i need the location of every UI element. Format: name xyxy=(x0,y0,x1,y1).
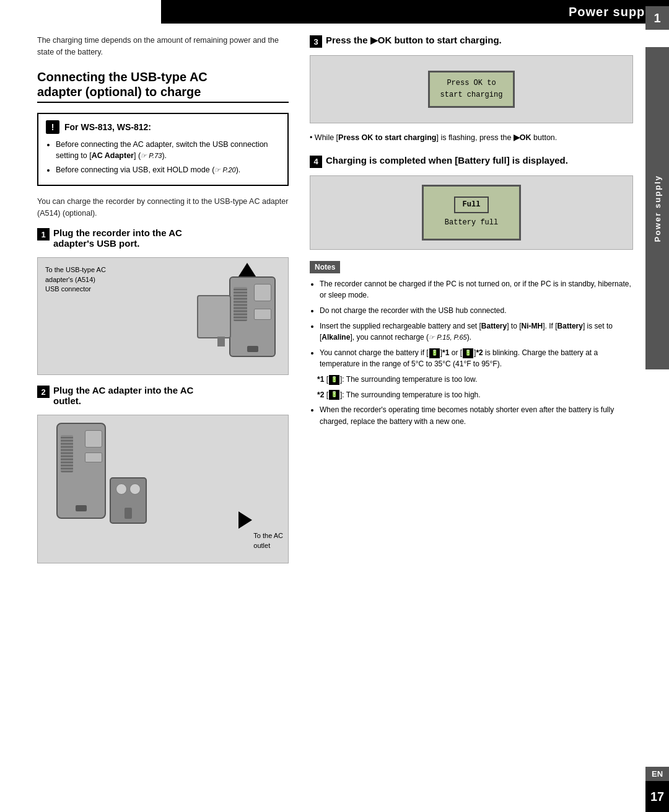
warning-title: For WS-813, WS-812: xyxy=(64,122,151,132)
note-item-1: The recorder cannot be charged if the PC… xyxy=(320,278,633,301)
note-item-5: *1 [🔋]: The surrounding temperature is t… xyxy=(317,374,633,386)
step-3-heading: 3 Press the ▶OK button to start charging… xyxy=(310,35,633,48)
step-2-diagram-label: To the ACoutlet xyxy=(253,531,283,550)
step-3-lcd: Press OK to start charging xyxy=(428,71,515,108)
chapter-number-tab: 1 xyxy=(645,6,669,30)
page-number: 17 xyxy=(645,781,669,812)
main-content: The charging time depends on the amount … xyxy=(0,24,645,812)
step-1-label: Plug the recorder into the ACadapter's U… xyxy=(53,227,182,249)
step-2-heading: 2 Plug the AC adapter into the ACoutlet. xyxy=(37,385,289,406)
notes-box: Notes The recorder cannot be charged if … xyxy=(310,261,633,428)
step-1-number: 1 xyxy=(37,228,50,241)
step-3-number: 3 xyxy=(310,35,322,48)
ac-adapter-shape xyxy=(110,477,147,524)
step-3-note: • While [Press OK to start charging] is … xyxy=(310,132,633,144)
page-title: Power supply xyxy=(569,5,657,19)
warning-icon: ! xyxy=(46,120,59,134)
step-4-number: 4 xyxy=(310,156,322,168)
note-item-3: Insert the supplied rechargeable battery… xyxy=(320,320,633,343)
note-item-6: *2 [🔋]: The surrounding temperature is t… xyxy=(317,389,633,401)
body-text: You can charge the recorder by connectin… xyxy=(37,196,289,219)
step-1-diagram-label: To the USB-type ACadapter's (A514)USB co… xyxy=(45,265,106,294)
step-1-diagram: To the USB-type ACadapter's (A514)USB co… xyxy=(37,257,289,375)
step-1-heading: 1 Plug the recorder into the ACadapter's… xyxy=(37,227,289,249)
step-2-label: Plug the AC adapter into the ACoutlet. xyxy=(53,385,193,406)
notes-list: The recorder cannot be charged if the PC… xyxy=(320,278,633,428)
arrow-right-icon xyxy=(238,511,252,529)
note-item-4: You cannot charge the battery if [🔋]*1 o… xyxy=(320,347,633,370)
notes-header: Notes xyxy=(310,261,340,273)
header-bar: Power supply xyxy=(161,0,669,24)
step-4-heading: 4 Charging is completed when [Battery fu… xyxy=(310,155,633,168)
section-heading: Connecting the USB-type AC adapter (opti… xyxy=(37,69,289,103)
warning-box: ! For WS-813, WS-812: Before connecting … xyxy=(37,113,289,186)
sidebar-label: Power supply xyxy=(653,175,662,242)
step-4-lcd: Full Battery full xyxy=(422,185,521,241)
right-column: 3 Press the ▶OK button to start charging… xyxy=(304,24,645,812)
warning-header: ! For WS-813, WS-812: xyxy=(46,120,280,134)
recorder-shape-2 xyxy=(56,423,106,519)
chapter-label-tab: Power supply xyxy=(645,47,669,369)
warning-list: Before connecting the AC adapter, switch… xyxy=(56,139,280,176)
recorder-diagram xyxy=(229,276,276,357)
step-3-label: Press the ▶OK button to start charging. xyxy=(326,35,502,46)
step-3-diagram: Press OK to start charging xyxy=(310,55,633,123)
step-4-diagram: Full Battery full xyxy=(310,175,633,250)
step-2-diagram: To the ACoutlet xyxy=(37,415,289,563)
usb-adapter-diagram xyxy=(197,295,231,338)
intro-text: The charging time depends on the amount … xyxy=(37,35,289,58)
arrow-up-icon xyxy=(238,263,256,276)
note-item-2: Do not charge the recorder with the USB … xyxy=(320,305,633,317)
language-badge: EN xyxy=(645,767,669,781)
warning-item-1: Before connecting the AC adapter, switch… xyxy=(56,139,280,162)
left-column: The charging time depends on the amount … xyxy=(0,24,304,812)
step-2-number: 2 xyxy=(37,386,50,398)
step-4-label: Charging is completed when [Battery full… xyxy=(326,155,568,165)
note-item-7: When the recorder's operating time becom… xyxy=(320,404,633,427)
warning-item-2: Before connecting via USB, exit HOLD mod… xyxy=(56,164,280,176)
